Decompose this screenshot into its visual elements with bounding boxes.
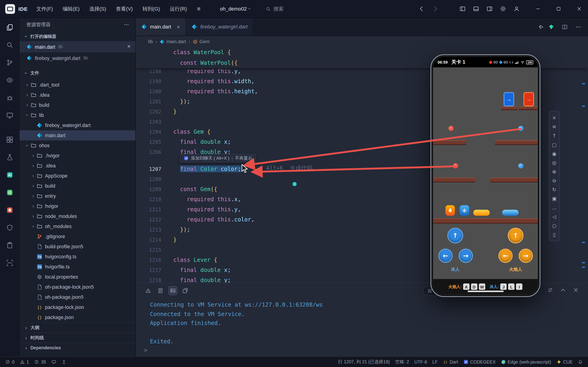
line-number[interactable]: 1215 — [136, 245, 161, 255]
menu-item[interactable]: 文件(F) — [32, 0, 58, 18]
more-icon[interactable]: … — [549, 203, 559, 212]
line-number[interactable]: 1213 — [136, 225, 161, 235]
breadcrumb-item[interactable]: main.dart — [160, 39, 186, 44]
tree-item[interactable]: ›.hvigor — [19, 151, 135, 161]
previewer-icon[interactable] — [548, 24, 554, 30]
menu-item[interactable]: 转到(G) — [138, 0, 165, 18]
problems-errors[interactable]: 0 — [5, 359, 15, 365]
line-number[interactable]: 1216 — [136, 255, 161, 265]
indentation[interactable]: 空格: 2 — [395, 359, 409, 365]
toggle-bottom-panel-icon[interactable] — [473, 6, 479, 12]
line-number[interactable]: 1200 — [136, 87, 161, 97]
source-control-icon[interactable] — [3, 57, 16, 68]
profiler-icon[interactable] — [3, 204, 16, 216]
plugin-green-icon[interactable] — [3, 186, 16, 199]
swap-icon[interactable] — [547, 287, 554, 293]
sidebar-section[interactable]: ›Dependencies — [19, 343, 135, 353]
tree-item[interactable]: ›lib — [19, 110, 135, 120]
fire-left-button[interactable]: ← — [498, 249, 513, 263]
tree-item[interactable]: ›{}package-lock.json — [19, 302, 135, 312]
dismiss-hint-action[interactable]: 不再显示 — [235, 156, 252, 161]
tree-item[interactable]: ›build — [19, 100, 135, 110]
eol-selector[interactable]: LF — [432, 359, 438, 365]
collapse-panel-icon[interactable] — [560, 287, 566, 293]
clipboard-icon[interactable] — [3, 239, 16, 251]
line-number[interactable]: 1214 — [136, 235, 161, 245]
menu-icon[interactable]: ≡ — [549, 122, 559, 131]
hamburger-menu-icon[interactable]: ≡ — [192, 6, 206, 12]
close-icon[interactable]: × — [127, 43, 130, 50]
tree-item[interactable]: ›.dart_tool — [19, 80, 135, 90]
debug-icon[interactable] — [3, 92, 16, 104]
line-number[interactable]: 1199 — [136, 76, 161, 87]
line-number[interactable]: 1209 — [136, 184, 161, 194]
line-number[interactable]: 1218 — [136, 275, 161, 283]
toggle-left-panel-icon[interactable] — [459, 6, 466, 12]
line-number[interactable]: 1211 — [136, 204, 161, 215]
language-mode[interactable]: {} Dart — [443, 359, 458, 365]
tree-item[interactable]: ›fireboy_watergirl.dart — [19, 120, 135, 130]
line-number[interactable]: 1206 — [136, 147, 161, 157]
open-editor-item[interactable]: main.dartlib× — [19, 41, 135, 52]
cursor-position[interactable]: 行 1207, 列 21 (已选择18) — [338, 359, 390, 365]
files-section-header[interactable]: › 文件 — [19, 68, 135, 78]
menu-item[interactable]: 查看(V) — [111, 0, 138, 18]
chevron-down-icon[interactable]: ▾ — [539, 25, 541, 29]
minimize-icon[interactable] — [535, 6, 541, 11]
tree-item[interactable]: ›build-profile.json5 — [19, 242, 135, 252]
line-number[interactable]: 1201 — [136, 97, 161, 107]
tree-item[interactable]: ›.idea — [19, 90, 135, 100]
toggle-right-panel-icon[interactable] — [486, 6, 493, 12]
editor-tab[interactable]: fireboy_watergirl.dart — [186, 18, 254, 36]
share-icon[interactable] — [61, 359, 66, 364]
codegeex-status[interactable]: CODEGEEX — [463, 359, 496, 365]
fire-up-button[interactable]: ↑ — [508, 228, 524, 243]
project-selector[interactable]: oh_demo02 › — [220, 6, 251, 11]
line-number[interactable]: 1203 — [136, 117, 161, 127]
tree-item[interactable]: ›oh-package.json5 — [19, 292, 135, 302]
console-prompt[interactable]: > — [144, 347, 147, 353]
tree-item[interactable]: ›.idea — [19, 161, 135, 171]
line-number[interactable]: 1208 — [136, 174, 161, 184]
close-window-icon[interactable] — [576, 6, 582, 11]
tree-item[interactable]: ›.gitignore — [19, 232, 135, 242]
sidebar-section[interactable]: ›大纲 — [19, 322, 135, 333]
run-target[interactable]: Edge (web-javascript) — [501, 359, 551, 365]
tree-item[interactable]: ›main.dart — [19, 130, 135, 140]
line-number[interactable]: 1202 — [136, 107, 161, 117]
tree-item[interactable]: ›node_modules — [19, 211, 135, 221]
volume-up-icon[interactable]: ⊕ — [549, 167, 559, 176]
output-doc-icon[interactable] — [156, 286, 165, 295]
notifications-bell-icon[interactable] — [578, 359, 583, 364]
close-tab-icon[interactable]: × — [177, 24, 180, 30]
ice-right-button[interactable]: → — [459, 249, 473, 263]
api-icon[interactable] — [3, 169, 16, 181]
global-search[interactable]: 搜索 — [266, 6, 284, 12]
scroll-top-icon[interactable]: ↑ — [549, 131, 559, 140]
line-number[interactable]: 1204 — [136, 127, 161, 137]
tree-item[interactable]: ›oh-package-lock.json5 — [19, 282, 135, 292]
problems-infos[interactable]: 35 — [34, 359, 46, 365]
settings-gear-icon[interactable] — [500, 6, 506, 12]
line-number[interactable]: 1207 — [136, 164, 161, 174]
tree-item[interactable]: ›local.properties — [19, 272, 135, 282]
frame-icon[interactable] — [169, 286, 177, 295]
nav-back-icon[interactable]: ◁ — [549, 212, 559, 221]
more-actions-icon[interactable] — [575, 24, 581, 30]
copy-icon[interactable]: ▣ — [549, 194, 559, 203]
screenshot-icon[interactable]: ▢ — [549, 140, 559, 149]
scan-icon[interactable] — [3, 257, 16, 269]
extensions-icon[interactable] — [3, 134, 16, 146]
breadcrumb-item[interactable]: lib — [148, 39, 153, 44]
tree-item[interactable]: ›oh_modules — [19, 221, 135, 232]
open-editor-item[interactable]: fireboy_watergirl.dartlib — [19, 52, 135, 64]
security-icon[interactable] — [3, 222, 16, 234]
line-number[interactable]: 1212 — [136, 215, 161, 225]
tree-item[interactable]: ›entry — [19, 191, 135, 201]
breadcrumb-item[interactable]: Gem — [193, 39, 210, 44]
cue-status[interactable]: CUE — [556, 359, 573, 365]
test-icon[interactable] — [3, 151, 16, 163]
problems-warnings[interactable]: 1 — [20, 359, 29, 365]
tree-item[interactable]: ›hvigor — [19, 201, 135, 211]
menu-item[interactable]: 运行(R) — [165, 0, 192, 18]
